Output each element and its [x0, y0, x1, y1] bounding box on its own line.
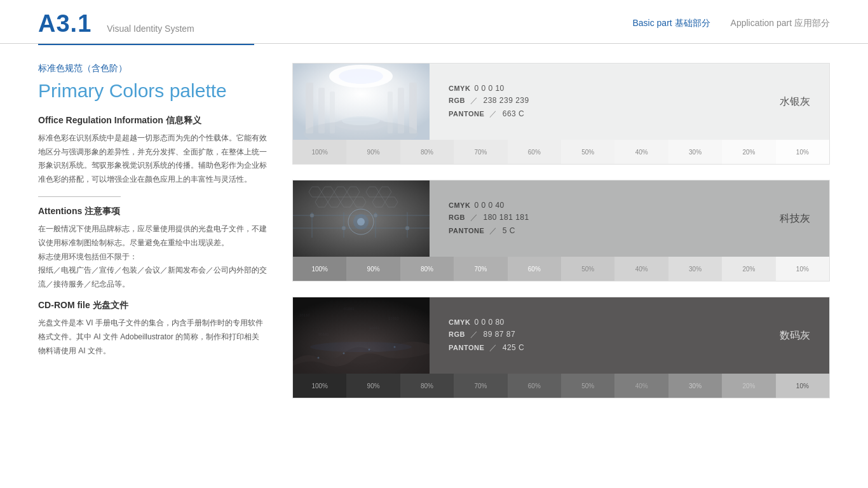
left-panel: 标准色规范（含色阶） Primary Colors palette Office…	[38, 63, 267, 406]
svg-point-48	[310, 342, 412, 352]
svg-point-33	[374, 214, 377, 217]
svg-rect-6	[409, 83, 417, 133]
color-name-cn-1: 水银灰	[780, 95, 810, 109]
header-subtitle: Visual Identity System	[107, 24, 194, 34]
bar-step: 60%	[508, 140, 561, 164]
bar-step: 100%	[293, 257, 346, 281]
right-panel: CMYK 0 0 0 10 RGB ／ 238 239 239 PANTONE …	[292, 63, 830, 406]
cdrom-title: CD-ROM file 光盘文件	[38, 300, 267, 311]
bar-step: 20%	[722, 140, 775, 164]
office-reg-body: 标准色彩在识别系统中是超越一切形态而为先的个性载体。它能有效地区分与强调形象的差…	[38, 132, 267, 186]
bar-step: 100%	[293, 374, 346, 398]
rgb-row-1: RGB ／ 238 239 239	[449, 95, 529, 106]
svg-text:11010: 11010	[388, 316, 399, 320]
color-image-1	[293, 64, 430, 140]
attentions-body: 在一般情况下使用品牌标志，应尽量使用提供的光盘电子文件，不建议使用标准制图绘制标…	[38, 222, 267, 291]
bar-step: 20%	[722, 374, 775, 398]
specs-content-3: CMYK 0 0 0 80 RGB ／ 89 87 87 PANTONE ／ 4…	[449, 318, 524, 353]
svg-text:01001: 01001	[344, 307, 355, 311]
bar-step: 10%	[776, 257, 829, 281]
bar-step: 90%	[346, 374, 400, 398]
gradient-bar-1: 100%90%80%70%60%50%40%30%20%10%	[293, 140, 829, 164]
color-name-cn-2: 科技灰	[780, 212, 810, 226]
bar-step: 70%	[454, 257, 507, 281]
gradient-bar-2: 100%90%80%70%60%50%40%30%20%10%	[293, 257, 829, 281]
svg-point-39	[318, 357, 320, 359]
bar-step: 80%	[400, 257, 454, 281]
bar-step: 60%	[508, 257, 561, 281]
header: A3.1 Visual Identity System Basic part 基…	[0, 0, 868, 44]
bar-step: 20%	[722, 257, 775, 281]
cdrom-body: 光盘文件是本 VI 手册电子文件的集合，内含手册制作时的专用软件格式文件。其中 …	[38, 316, 267, 358]
bar-step: 90%	[346, 140, 400, 164]
bar-step: 60%	[508, 374, 561, 398]
pantone-row-2: PANTONE ／ 5 C	[449, 226, 529, 236]
header-nav: Basic part 基础部分 Application part 应用部分	[632, 18, 830, 29]
bar-step: 80%	[400, 140, 454, 164]
bar-step: 50%	[561, 257, 614, 281]
color-card-3: 10110 01001 11010 00101 10011	[292, 297, 830, 398]
pantone-row-3: PANTONE ／ 425 C	[449, 342, 524, 353]
specs-content-2: CMYK 0 0 0 40 RGB ／ 180 181 181 PANTONE …	[449, 201, 529, 236]
bar-step: 10%	[776, 140, 829, 164]
color-specs-1: CMYK 0 0 0 10 RGB ／ 238 239 239 PANTONE …	[430, 64, 829, 140]
section-title-en: Primary Colors palette	[38, 79, 267, 102]
bar-step: 10%	[776, 374, 829, 398]
svg-text:10110: 10110	[299, 313, 310, 317]
bar-step: 40%	[614, 374, 668, 398]
rgb-row-3: RGB ／ 89 87 87	[449, 329, 524, 340]
bar-step: 50%	[561, 374, 614, 398]
svg-point-2	[339, 69, 383, 84]
cmyk-row-2: CMYK 0 0 0 40	[449, 201, 529, 210]
header-left: A3.1 Visual Identity System	[38, 11, 194, 36]
section-label-cn: 标准色规范（含色阶）	[38, 63, 267, 74]
svg-point-11	[342, 116, 380, 125]
rgb-row-2: RGB ／ 180 181 181	[449, 212, 529, 223]
specs-content-1: CMYK 0 0 0 10 RGB ／ 238 239 239 PANTONE …	[449, 84, 529, 119]
attentions-title: Attentions 注意事项	[38, 206, 267, 217]
bar-step: 70%	[454, 374, 507, 398]
bar-step: 30%	[668, 374, 722, 398]
bar-step: 30%	[668, 140, 722, 164]
svg-point-40	[343, 353, 345, 355]
cmyk-row-3: CMYK 0 0 0 80	[449, 318, 524, 327]
color-specs-2: CMYK 0 0 0 40 RGB ／ 180 181 181 PANTONE …	[430, 180, 829, 257]
svg-text:10011: 10011	[369, 326, 380, 330]
divider	[38, 196, 121, 197]
color-card-3-top: 10110 01001 11010 00101 10011	[293, 297, 829, 374]
bar-step: 40%	[614, 140, 668, 164]
color-card-2: CMYK 0 0 0 40 RGB ／ 180 181 181 PANTONE …	[292, 180, 830, 281]
cmyk-row-1: CMYK 0 0 0 10	[449, 84, 529, 93]
svg-point-31	[310, 214, 314, 217]
color-image-3: 10110 01001 11010 00101 10011	[293, 297, 430, 374]
bar-step: 70%	[454, 140, 507, 164]
bar-step: 90%	[346, 257, 400, 281]
bar-step: 100%	[293, 140, 346, 164]
svg-point-37	[357, 218, 365, 226]
main-content: 标准色规范（含色阶） Primary Colors palette Office…	[0, 45, 868, 419]
color-card-2-top: CMYK 0 0 0 40 RGB ／ 180 181 181 PANTONE …	[293, 180, 829, 257]
bar-step: 50%	[561, 140, 614, 164]
svg-rect-3	[306, 83, 313, 133]
gradient-bar-3: 100%90%80%70%60%50%40%30%20%10%	[293, 374, 829, 398]
svg-point-34	[405, 226, 409, 230]
bar-step: 40%	[614, 257, 668, 281]
color-specs-3: CMYK 0 0 0 80 RGB ／ 89 87 87 PANTONE ／ 4…	[430, 297, 829, 374]
svg-text:00101: 00101	[318, 332, 329, 336]
office-reg-title: Office Regulation Information 信息释义	[38, 115, 267, 126]
logo: A3.1	[38, 11, 92, 36]
pantone-row-1: PANTONE ／ 663 C	[449, 109, 529, 119]
svg-point-32	[342, 226, 346, 230]
color-name-cn-3: 数码灰	[780, 329, 810, 342]
color-card-1: CMYK 0 0 0 10 RGB ／ 238 239 239 PANTONE …	[292, 63, 830, 165]
color-image-2	[293, 180, 430, 257]
color-card-1-top: CMYK 0 0 0 10 RGB ／ 238 239 239 PANTONE …	[293, 64, 829, 140]
bar-step: 80%	[400, 374, 454, 398]
bar-step: 30%	[668, 257, 722, 281]
nav-basic-part[interactable]: Basic part 基础部分	[632, 18, 710, 29]
nav-app-part[interactable]: Application part 应用部分	[731, 18, 830, 29]
